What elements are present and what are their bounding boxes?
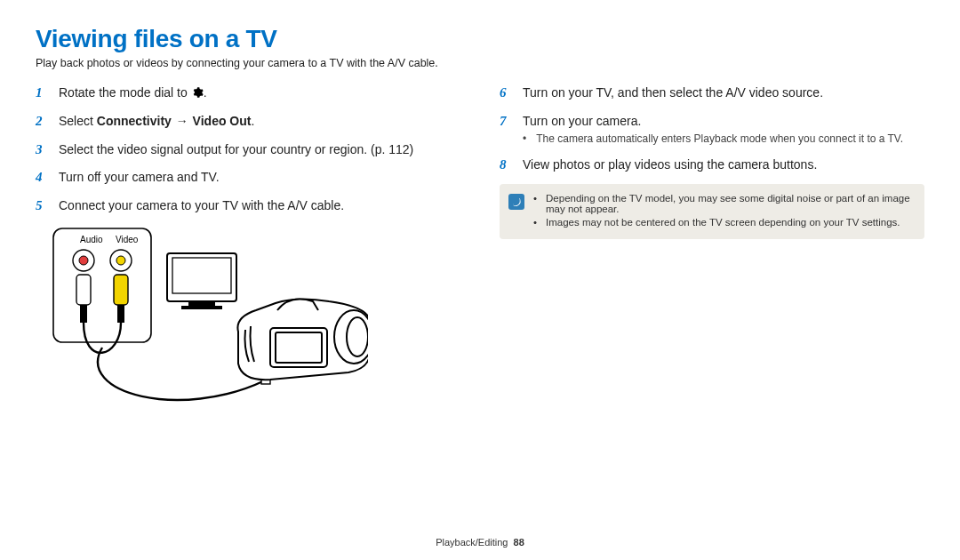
step-text: Rotate the mode dial to . — [59, 84, 460, 101]
info-note-box: Depending on the TV model, you may see s… — [500, 184, 924, 239]
step-text-pre: Select — [59, 114, 97, 128]
page-subtitle: Play back photos or videos by connecting… — [36, 57, 924, 69]
step-text: Turn off your camera and TV. — [59, 168, 460, 186]
svg-rect-11 — [172, 258, 231, 293]
page-title: Viewing files on a TV — [36, 25, 924, 53]
svg-rect-5 — [76, 275, 91, 305]
step-text-bold: Connectivity — [97, 114, 172, 128]
svg-rect-7 — [114, 275, 128, 305]
step-text: Connect your camera to your TV with the … — [59, 196, 460, 214]
svg-point-4 — [116, 256, 125, 265]
step-subtext-content: The camera automatically enters Playback… — [536, 132, 903, 147]
step-number: 8 — [500, 156, 514, 175]
bullet-icon — [523, 132, 531, 147]
step-main-text: Turn on your camera. — [523, 114, 641, 128]
step-8: 8 View photos or play videos using the c… — [500, 156, 924, 175]
step-text: Turn on your camera. The camera automati… — [523, 112, 924, 148]
step-text-post: . — [204, 85, 207, 100]
bullet-icon — [533, 193, 540, 214]
av-connection-figure: Audio Video — [48, 225, 368, 438]
bullet-icon — [533, 217, 540, 228]
step-number: 7 — [500, 112, 514, 132]
step-text: View photos or play videos using the cam… — [523, 156, 924, 173]
step-number: 6 — [500, 84, 514, 103]
arrow-icon: → — [172, 114, 192, 128]
footer-section: Playback/Editing — [436, 537, 508, 548]
info-note-item: Images may not be centered on the TV scr… — [533, 217, 912, 228]
step-2: 2 Select Connectivity → Video Out. — [36, 112, 460, 132]
svg-rect-15 — [276, 332, 322, 363]
svg-rect-0 — [53, 228, 151, 342]
step-5: 5 Connect your camera to your TV with th… — [36, 196, 460, 216]
step-text: Turn on your TV, and then select the A/V… — [523, 84, 924, 101]
step-text: Select Connectivity → Video Out. — [59, 112, 460, 130]
svg-rect-8 — [117, 305, 124, 323]
svg-rect-13 — [181, 306, 222, 309]
step-1: 1 Rotate the mode dial to . — [36, 84, 460, 103]
step-subtext: The camera automatically enters Playback… — [523, 132, 924, 147]
gear-icon — [191, 86, 204, 99]
step-text: Select the video signal output for your … — [59, 140, 460, 158]
step-number: 1 — [36, 84, 50, 103]
svg-point-17 — [347, 317, 368, 356]
video-label: Video — [116, 235, 139, 244]
step-4: 4 Turn off your camera and TV. — [36, 168, 460, 188]
step-text-pre: Rotate the mode dial to — [59, 85, 191, 100]
step-text-post: . — [251, 114, 254, 128]
page-footer: Playback/Editing 88 — [36, 537, 924, 549]
svg-rect-12 — [188, 301, 215, 306]
info-note-list: Depending on the TV model, you may see s… — [533, 193, 912, 230]
svg-rect-6 — [80, 305, 87, 323]
step-6: 6 Turn on your TV, and then select the A… — [500, 84, 924, 103]
content-columns: 1 Rotate the mode dial to . 2 Select Con… — [36, 84, 924, 537]
step-number: 2 — [36, 112, 50, 132]
info-note-text: Images may not be centered on the TV scr… — [546, 217, 900, 228]
right-column: 6 Turn on your TV, and then select the A… — [500, 84, 924, 537]
step-7: 7 Turn on your camera. The camera automa… — [500, 112, 924, 148]
svg-point-2 — [79, 256, 88, 265]
step-text-bold: Video Out — [193, 114, 252, 128]
info-note-text: Depending on the TV model, you may see s… — [546, 193, 912, 214]
step-number: 4 — [36, 168, 50, 188]
step-number: 3 — [36, 140, 50, 160]
audio-label: Audio — [80, 235, 103, 244]
document-page: Viewing files on a TV Play back photos o… — [0, 0, 960, 560]
step-number: 5 — [36, 196, 50, 216]
step-3: 3 Select the video signal output for you… — [36, 140, 460, 160]
footer-page-number: 88 — [514, 537, 524, 548]
info-note-item: Depending on the TV model, you may see s… — [533, 193, 912, 214]
info-icon — [508, 194, 524, 210]
left-column: 1 Rotate the mode dial to . 2 Select Con… — [36, 84, 460, 537]
